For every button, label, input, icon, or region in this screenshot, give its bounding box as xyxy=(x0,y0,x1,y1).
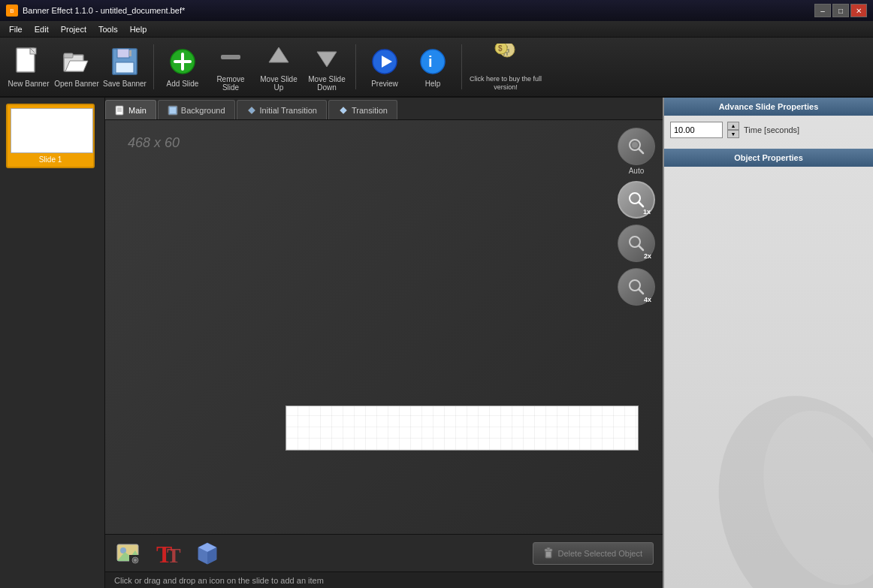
tab-main[interactable]: Main xyxy=(105,100,156,119)
preview-button[interactable]: Preview xyxy=(362,41,407,93)
effects-tool-button[interactable] xyxy=(192,539,222,568)
canvas-size-label: 468 x 60 xyxy=(128,135,180,151)
slide-1-label: Slide 1 xyxy=(11,155,90,164)
delete-object-button[interactable]: Delete Selected Object xyxy=(533,542,654,565)
window-controls: – □ ✕ xyxy=(814,4,867,17)
move-slide-up-button[interactable]: Move Slide Up xyxy=(256,41,301,93)
object-properties-content xyxy=(664,167,873,179)
zoom-1x-button[interactable]: 1x xyxy=(618,181,655,219)
new-banner-label: New Banner xyxy=(8,80,49,88)
svg-rect-30 xyxy=(170,107,176,113)
text-tool-button[interactable]: T T xyxy=(153,539,183,568)
status-bar: Click or drag and drop an icon on the sl… xyxy=(105,571,663,588)
move-slide-down-button[interactable]: Move Slide Down xyxy=(304,41,349,93)
right-panel: Advance Slide Properties ▲ ▼ Time [secon… xyxy=(663,98,873,588)
tabs-bar: Main Background Initial Transition xyxy=(105,98,663,120)
tab-transition-icon xyxy=(338,105,349,116)
menu-file[interactable]: File xyxy=(3,23,29,35)
move-down-label: Move Slide Down xyxy=(304,75,349,92)
zoom-auto-label: Auto xyxy=(629,167,645,175)
tab-transition[interactable]: Transition xyxy=(328,100,397,119)
svg-rect-8 xyxy=(116,62,134,73)
zoom-4x-button[interactable]: 4x xyxy=(618,268,655,306)
menu-project[interactable]: Project xyxy=(55,23,92,35)
minimize-button[interactable]: – xyxy=(814,4,831,17)
save-banner-button[interactable]: Save Banner xyxy=(102,41,147,93)
image-tool-button[interactable] xyxy=(114,539,144,568)
time-input[interactable] xyxy=(670,122,723,138)
preview-label: Preview xyxy=(371,80,398,88)
svg-line-34 xyxy=(639,149,643,153)
svg-line-41 xyxy=(639,289,643,294)
svg-rect-4 xyxy=(64,53,73,58)
panel-decoration xyxy=(664,179,873,588)
tab-background[interactable]: Background xyxy=(158,100,235,119)
zoom-2x-button[interactable]: 2x xyxy=(618,225,655,262)
svg-text:T: T xyxy=(167,544,181,567)
help-label: Help xyxy=(425,80,441,88)
svg-marker-31 xyxy=(248,107,255,114)
svg-rect-13 xyxy=(221,55,240,59)
object-properties-header: Object Properties xyxy=(664,149,873,167)
svg-text:i: i xyxy=(428,53,433,70)
maximize-button[interactable]: □ xyxy=(832,4,849,17)
zoom-auto-button[interactable] xyxy=(618,128,655,165)
help-button[interactable]: i Help xyxy=(410,41,455,93)
svg-rect-9 xyxy=(129,50,131,56)
bottom-toolbar: T T xyxy=(105,534,663,571)
delete-object-label: Delete Selected Object xyxy=(557,549,642,558)
time-property-row: ▲ ▼ Time [seconds] xyxy=(670,122,867,138)
menubar: File Edit Project Tools Help xyxy=(0,21,873,38)
menu-edit[interactable]: Edit xyxy=(29,23,55,35)
advance-slide-properties-header: Advance Slide Properties xyxy=(664,98,873,116)
new-banner-button[interactable]: New Banner xyxy=(6,41,51,93)
svg-line-37 xyxy=(639,202,643,207)
zoom-1x-inner-label: 1x xyxy=(643,208,651,216)
slide-1-thumb[interactable]: Slide 1 xyxy=(6,104,95,168)
close-button[interactable]: ✕ xyxy=(850,4,867,17)
toolbar-separator-3 xyxy=(461,44,462,89)
tab-background-label: Background xyxy=(181,106,225,115)
move-up-icon xyxy=(264,42,294,72)
slide-panel: Slide 1 xyxy=(0,98,105,588)
banner-canvas[interactable] xyxy=(285,406,639,451)
tab-initial-transition-label: Initial Transition xyxy=(260,106,317,115)
new-banner-icon xyxy=(14,47,44,77)
preview-icon xyxy=(370,47,400,77)
open-banner-button[interactable]: Open Banner xyxy=(54,41,99,93)
svg-marker-14 xyxy=(269,47,288,62)
time-increment-button[interactable]: ▲ xyxy=(727,122,739,130)
svg-rect-59 xyxy=(547,547,550,550)
time-spinner: ▲ ▼ xyxy=(727,122,739,138)
menu-tools[interactable]: Tools xyxy=(92,23,124,35)
add-slide-icon xyxy=(168,47,198,77)
buy-button[interactable]: $ Click here to buy the full version! xyxy=(468,41,543,93)
main-layout: Slide 1 Main xyxy=(0,98,873,588)
canvas-area: 468 x 60 Auto xyxy=(105,120,663,534)
menu-help[interactable]: Help xyxy=(124,23,153,35)
help-icon: i xyxy=(418,47,448,77)
svg-rect-25 xyxy=(116,106,123,115)
titlebar: B Banner Effect 1.1.0 - untitled_documen… xyxy=(0,0,873,21)
app-icon: B xyxy=(6,5,18,17)
tab-main-icon xyxy=(115,105,125,116)
remove-slide-icon xyxy=(216,42,246,72)
time-decrement-button[interactable]: ▼ xyxy=(727,130,739,138)
tab-initial-transition[interactable]: Initial Transition xyxy=(237,100,327,119)
tab-initial-transition-icon xyxy=(246,105,257,116)
zoom-2x-inner-label: 2x xyxy=(644,252,651,260)
save-banner-icon xyxy=(110,47,140,77)
remove-slide-button[interactable]: Remove Slide xyxy=(208,41,253,93)
slide-1-preview xyxy=(11,108,93,153)
add-slide-button[interactable]: Add Slide xyxy=(160,41,205,93)
add-slide-label: Add Slide xyxy=(167,80,199,88)
tab-background-icon xyxy=(168,105,178,116)
zoom-controls: Auto 1x xyxy=(618,128,655,306)
content-area: Main Background Initial Transition xyxy=(105,98,663,588)
toolbar-separator-2 xyxy=(355,44,356,89)
status-text: Click or drag and drop an icon on the sl… xyxy=(114,576,324,585)
svg-text:$: $ xyxy=(498,44,503,53)
toolbar-separator-1 xyxy=(153,44,154,89)
buy-label: Click here to buy the full version! xyxy=(468,75,543,92)
svg-rect-23 xyxy=(11,109,92,153)
